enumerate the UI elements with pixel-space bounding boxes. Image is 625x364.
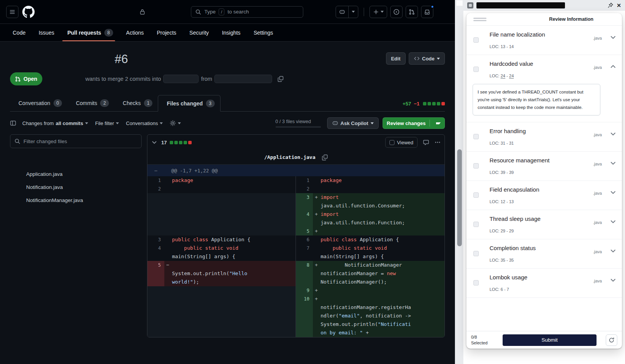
- diff-line-ctx[interactable]: 1package: [296, 176, 445, 185]
- private-repo-lock-icon: [139, 9, 145, 15]
- diff-line-filler: [147, 286, 296, 295]
- toggle-file-tree-icon[interactable]: [10, 120, 16, 126]
- chevron-down-icon[interactable]: [610, 277, 617, 285]
- code-dropdown-button[interactable]: Code: [409, 52, 445, 65]
- scrollbar-thumb[interactable]: [457, 149, 462, 246]
- diff-line-del[interactable]: 5− System.out.println("Hello world!");: [147, 261, 296, 286]
- file-tree-item[interactable]: Application.java: [10, 167, 142, 180]
- file-tree-item[interactable]: Notification.java: [10, 180, 142, 194]
- review-item-error-handling[interactable]: Error handling.javaLOC: 31 - 31: [466, 122, 622, 152]
- github-logo-icon[interactable]: [22, 6, 35, 18]
- review-item-resource-management[interactable]: Resource management.javaLOC: 39 - 39: [466, 152, 622, 181]
- chevron-down-icon: [371, 122, 374, 124]
- chevron-down-icon[interactable]: [610, 218, 617, 227]
- viewed-checkbox[interactable]: Viewed: [385, 137, 418, 148]
- repo-tab-actions[interactable]: Actions: [118, 24, 149, 41]
- chevron-down-icon[interactable]: [610, 34, 617, 42]
- pr-tab-commits[interactable]: Commits2: [67, 95, 114, 111]
- diff-line-ctx[interactable]: 4 public static void main(String[] args)…: [147, 244, 296, 261]
- review-item-completion-status[interactable]: Completion status.javaLOC: 35 - 35: [466, 239, 622, 269]
- file-extension-label: .java: [593, 65, 602, 70]
- diff-line-add[interactable]: 3+import java.util.function.Consumer;: [296, 193, 445, 210]
- review-item-checkbox[interactable]: [473, 37, 479, 43]
- git-pull-request-icon: [15, 76, 21, 82]
- review-item-checkbox[interactable]: [473, 134, 479, 139]
- edit-button[interactable]: Edit: [386, 52, 406, 65]
- repo-tab-insights[interactable]: Insights: [214, 24, 246, 41]
- chevron-down-icon[interactable]: [610, 189, 617, 197]
- file-tree-item[interactable]: NotificationManager.java: [10, 194, 142, 207]
- diff-line-ctx[interactable]: 2: [296, 185, 445, 193]
- diff-line-ctx[interactable]: 7 public static void main(String[] args)…: [296, 244, 445, 261]
- review-item-checkbox[interactable]: [473, 222, 479, 227]
- diff-line-ctx[interactable]: 6public class Application {: [296, 235, 445, 244]
- repo-tab-code[interactable]: Code: [5, 24, 30, 41]
- kebab-menu-icon[interactable]: [434, 139, 441, 145]
- diff-line-add[interactable]: 10+ notificationManager.registerHandler(…: [296, 295, 445, 337]
- copy-branch-icon[interactable]: [277, 76, 284, 82]
- diff-settings-dropdown[interactable]: [170, 120, 181, 126]
- chevron-down-icon[interactable]: [610, 247, 617, 256]
- repo-tab-projects[interactable]: Projects: [149, 24, 181, 41]
- repo-tab-pull-requests[interactable]: Pull requests8: [59, 24, 118, 41]
- repo-tab-issues[interactable]: Issues: [30, 24, 59, 41]
- diff-line-ctx[interactable]: 2: [147, 185, 296, 193]
- pr-tab-checks[interactable]: Checks1: [114, 95, 158, 111]
- diff-line-add[interactable]: 9+: [296, 286, 445, 295]
- submit-button[interactable]: Submit: [503, 334, 597, 346]
- chevron-up-icon[interactable]: [610, 63, 617, 72]
- ask-copilot-button[interactable]: Ask Copilot: [327, 117, 379, 129]
- review-item-checkbox[interactable]: [473, 192, 479, 198]
- diff-line-filler: [147, 295, 296, 337]
- search-input[interactable]: Type / to search: [191, 6, 303, 18]
- review-item-lombok-usage[interactable]: Lombok usage.javaLOC: 6 - 7: [466, 269, 622, 298]
- chevron-down-icon[interactable]: [610, 130, 617, 139]
- review-item-field-encapsulation[interactable]: Field encapsulation.javaLOC: 12 - 13: [466, 181, 622, 210]
- refresh-button[interactable]: [606, 334, 617, 346]
- repo-tab-settings[interactable]: Settings: [246, 24, 278, 41]
- file-tree-root-folder[interactable]: [10, 154, 142, 167]
- diff-line-add[interactable]: 8+ NotificationManager notificationManag…: [296, 261, 445, 286]
- issues-header-button[interactable]: [390, 6, 403, 18]
- review-item-file-name-localization[interactable]: File name localization.javaLOC: 13 - 14: [466, 26, 622, 55]
- diff-line-ctx[interactable]: 1package: [147, 176, 296, 185]
- copy-filename-icon[interactable]: [322, 154, 328, 160]
- create-new-button[interactable]: [369, 6, 387, 18]
- review-item-checkbox[interactable]: [473, 251, 479, 256]
- review-item-checkbox[interactable]: [473, 163, 479, 169]
- diff-row: 4 public static void main(String[] args)…: [147, 244, 445, 261]
- notifications-button[interactable]: [421, 6, 433, 18]
- pr-tab-files-changed[interactable]: Files changed3: [158, 95, 220, 112]
- review-item-thread-sleep-usage[interactable]: Thread sleep usage.javaLOC: 29 - 29: [466, 210, 622, 239]
- chevron-down-icon[interactable]: [610, 160, 617, 168]
- close-icon[interactable]: ✕: [617, 3, 621, 8]
- pr-diffstat: +57−1: [403, 101, 445, 111]
- hamburger-menu-button[interactable]: [6, 6, 18, 18]
- changes-from-dropdown[interactable]: Changes from all commits: [22, 120, 88, 126]
- panel-footer: 0/8 Selected Submit: [466, 331, 622, 349]
- diff-line-add[interactable]: 4+import java.util.function.Function;: [296, 210, 445, 227]
- filter-changed-files-input[interactable]: [23, 139, 137, 144]
- review-item-hardcoded-value[interactable]: Hardcoded value.javaLOC: 24 - 24I see yo…: [466, 55, 622, 122]
- comment-icon[interactable]: [423, 139, 429, 145]
- pull-requests-header-button[interactable]: [406, 6, 418, 18]
- viewed-checkbox-box[interactable]: [389, 140, 394, 145]
- review-changes-button[interactable]: Review changes: [383, 117, 445, 129]
- conversations-dropdown[interactable]: Conversations: [126, 120, 163, 126]
- loc-range: LOC: 13 - 14: [490, 44, 615, 49]
- repo-tab-security[interactable]: Security: [181, 24, 214, 41]
- pr-tab-conversation[interactable]: Conversation0: [10, 95, 67, 111]
- file-filter-dropdown[interactable]: File filter: [95, 120, 119, 126]
- drag-handle[interactable]: [473, 18, 486, 21]
- head-branch-chip-redacted[interactable]: [214, 75, 272, 83]
- diff-line-add[interactable]: 5+: [296, 227, 445, 235]
- browser-scrollbar[interactable]: [455, 0, 463, 364]
- review-item-checkbox[interactable]: [473, 67, 479, 72]
- collapse-file-icon[interactable]: [151, 139, 157, 145]
- diff-line-ctx[interactable]: 3public class Application {: [147, 235, 296, 244]
- review-item-checkbox[interactable]: [473, 280, 479, 286]
- base-branch-chip-redacted[interactable]: [163, 75, 199, 83]
- pin-icon[interactable]: [607, 2, 613, 8]
- diff-row: 22: [147, 185, 445, 193]
- copilot-button[interactable]: [336, 6, 358, 18]
